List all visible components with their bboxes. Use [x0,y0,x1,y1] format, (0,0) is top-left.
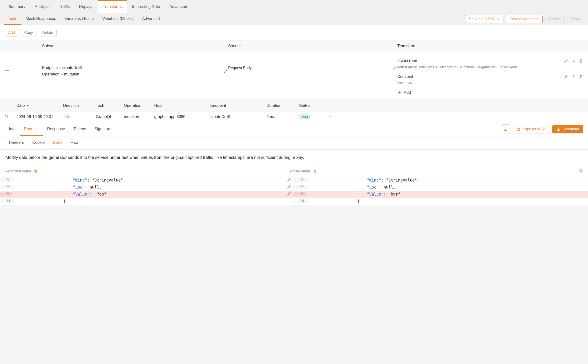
line-number: 29 [294,185,307,189]
cell-date: 2024-06-10 09:40:01 [16,115,63,119]
transform-block: JSON Pathpath = query.Definitions.0.Sele… [397,57,583,72]
copy-button[interactable]: Copy [20,29,36,36]
copy-recorded-icon[interactable] [34,169,38,173]
line-content: "Loc": null, [13,185,284,189]
sub-tabs-row: TestsMock ResponsesVariables (Tests)Vari… [0,13,588,25]
line-content: "Kind": "StringValue", [307,178,588,182]
tab-analysis[interactable]: Analysis [30,0,54,13]
delete-button[interactable]: Delete [39,29,57,36]
cell-tech: GraphQL [96,115,124,119]
svg-rect-5 [313,170,315,172]
body-tab-raw[interactable]: Raw [66,136,83,149]
body-tab-cookie[interactable]: Cookie [28,136,49,149]
code-line: 28 "Kind": "StringValue", [0,177,294,184]
body-tab-headers[interactable]: Headers [5,136,28,149]
transform-title: JSON Path [397,59,560,64]
detail-tabs-row: InfoRequestResponseTokensSignature Copy … [0,122,588,136]
plus-icon [397,91,401,95]
download-button[interactable]: Download [552,125,583,133]
line-number: 28 [294,178,307,182]
subtab-tests[interactable]: Tests [4,13,21,25]
line-number: 30 [294,192,307,196]
save-button: Save [567,15,583,23]
search-icon[interactable] [579,169,583,173]
header-host[interactable]: Host [154,103,210,108]
copy-actual-icon[interactable] [313,169,317,173]
edit-transform-icon[interactable] [564,74,568,78]
code-line: 30 "Value": "foo" [0,191,294,198]
detail-tab-request[interactable]: Request [20,123,43,136]
line-content: } [13,199,284,203]
tab-interesting-data[interactable]: Interesting Data [127,0,165,13]
edit-line-icon[interactable] [287,185,291,189]
save-dlp-button[interactable]: Save as DLP Rule [465,15,503,23]
header-tech[interactable]: Tech [96,103,124,108]
header-date[interactable]: Date [16,103,63,108]
copy-icon [516,127,521,131]
toolbar: Add Copy Delete [0,25,588,40]
detail-tab-signature[interactable]: Signature [90,123,116,136]
detail-tab-response[interactable]: Response [43,123,69,136]
svg-rect-0 [518,129,520,130]
tab-replays[interactable]: Replays [74,0,98,13]
subtab-variables-tests-[interactable]: Variables (Tests) [60,13,98,25]
header-operation[interactable]: Operation [124,103,154,108]
cell-endpoint: createDraft [210,115,266,119]
line-number: 30 [0,192,13,196]
header-status[interactable]: Status [299,103,327,108]
tab-summary[interactable]: Summary [4,0,30,13]
select-all-checkbox[interactable] [5,44,9,48]
line-content: } [307,199,588,203]
edit-source-icon[interactable] [393,66,397,70]
save-template-button[interactable]: Save as template [506,15,543,23]
transforms-table-header: Subset Source Transform [0,40,588,52]
tab-advanced[interactable]: Advanced [165,0,192,13]
svg-rect-3 [34,170,36,172]
cancel-button: Cancel [545,15,565,23]
header-subset: Subset [42,44,228,48]
detail-tab-tokens[interactable]: Tokens [69,123,90,136]
header-source: Source [228,44,397,48]
header-direction[interactable]: Direction [63,103,96,108]
edit-line-icon[interactable] [287,178,291,182]
move-down-icon[interactable] [572,59,576,63]
delete-transform-icon[interactable] [579,59,583,63]
move-up-icon[interactable] [572,74,576,78]
tab-transforms[interactable]: Transforms [98,0,127,13]
results-row[interactable]: 2024-06-10 09:40:01 IN GraphQL mutation … [0,111,588,122]
diff-header: Recorded Value Actual Value [0,166,588,177]
edit-transform-icon[interactable] [564,59,568,63]
line-content: "Value": "foo" [13,192,284,196]
tab-traffic[interactable]: Traffic [54,0,74,13]
edit-line-icon[interactable] [287,192,291,196]
download-icon [556,127,561,131]
cell-host: graphql-app:8080 [154,115,210,119]
add-button[interactable]: Add [5,29,18,36]
edit-subset-icon[interactable] [224,69,228,73]
crop-icon[interactable] [5,114,8,118]
body-tab-body[interactable]: Body [49,136,66,149]
copy-curl-button[interactable]: Copy as cURL [513,125,550,133]
line-content: "Value": "bar" [307,192,588,196]
subtab-variables-mocks-[interactable]: Variables (Mocks) [98,13,138,25]
subtab-mock-responses[interactable]: Mock Responses [21,13,60,25]
sort-asc-icon [26,104,29,107]
cell-duration: 6ms [266,115,299,119]
detail-tab-info[interactable]: Info [5,123,20,136]
code-line: 31 } [0,198,294,205]
row-checkbox[interactable] [5,66,9,71]
code-line: 29 "Loc": null, [0,184,294,191]
transform-title: Constant [397,74,560,79]
transforms-table-row: Endpoint = createDraft Operation = mutat… [0,52,588,100]
status-badge: 200 [299,114,311,119]
delete-transform-icon[interactable] [579,74,583,78]
line-number: 29 [0,185,13,189]
share-button[interactable] [501,124,510,134]
subtab-advanced[interactable]: Advanced [138,13,164,25]
direction-badge: IN [63,115,71,119]
subset-endpoint: Endpoint = createDraft [42,65,219,70]
header-duration[interactable]: Duration [266,103,299,108]
collapse-icon[interactable] [329,115,332,118]
header-endpoint[interactable]: Endpoint [210,103,266,108]
add-transform-button[interactable]: Add [397,87,583,95]
